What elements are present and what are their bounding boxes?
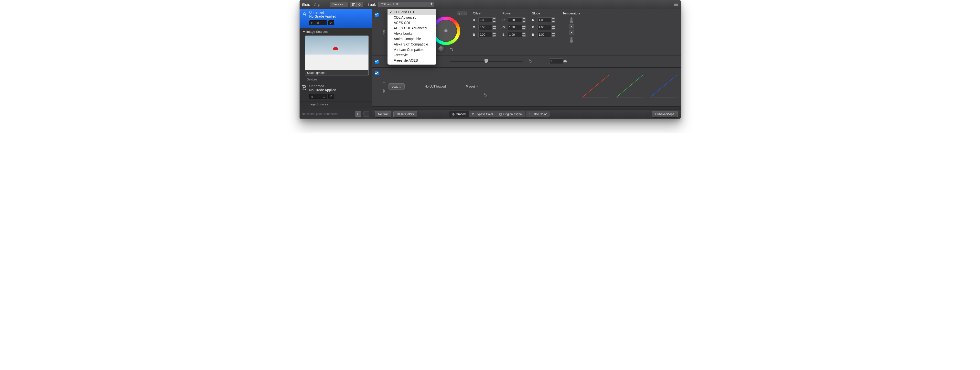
look-select[interactable]: CDL and LUT [378,2,434,7]
devices-dropdown[interactable]: Devices… [330,2,348,7]
rotary-knob[interactable] [438,46,444,52]
stepper-icon[interactable] [492,25,496,30]
slope-b-input[interactable] [538,32,552,37]
tab-slots[interactable]: Slots [302,2,310,6]
ch-g: G [473,26,476,29]
offset-r-input[interactable] [478,18,492,23]
look-option[interactable]: Freestyle ACES [388,58,436,63]
numeric-columns: Offset R G B Power R G B [473,11,555,37]
thumbnail-label: Skater graded [305,70,368,76]
slot-a[interactable]: A Unnamed No Grade Applied ◷ ⊘ ▢ F [299,9,372,28]
slope-r-input[interactable] [538,18,552,23]
slot-b-mini-toolbar: ◷ ⊘ ▢ F [309,94,369,99]
slope-column: Slope R G B [532,11,555,37]
view-original[interactable]: ▢Original Signal [496,111,525,117]
reset-colors-button[interactable]: Reset Colors [393,111,417,117]
sidebar-footer: No control panel connected [299,109,372,119]
look-option[interactable]: ACES CDL [388,20,436,26]
toolbar-seg [350,2,363,7]
ch-r: R [473,18,476,22]
falsecolor-icon[interactable]: F [328,20,334,25]
svg-rect-1 [352,5,353,6]
power-b-input[interactable] [508,32,522,37]
image-sources-label: Image Sources [306,30,328,33]
undo-icon[interactable] [483,93,487,98]
wheel-mode-toggle[interactable]: ⊙⫿ [457,11,467,15]
look-option[interactable]: Varicam Compatible [388,47,436,52]
look-option[interactable]: Alexa Looks [388,31,436,36]
load-lut-button[interactable]: Load… [388,83,405,90]
hamburger-icon[interactable] [674,3,678,6]
look-select-value: CDL and LUT [381,3,398,6]
stepper-icon[interactable] [522,18,526,23]
offset-b-input[interactable] [478,32,492,37]
look-option[interactable]: ACES CDL Advanced [388,26,436,31]
power-column: Power R G B [503,11,526,37]
ch-g: G [503,26,506,29]
saturation-slider[interactable] [450,61,523,62]
disable-icon[interactable]: ⊘ [315,20,321,25]
stepper-icon[interactable] [563,60,567,62]
view-falsecolor[interactable]: FFalse Color [525,111,550,117]
svg-line-3 [616,75,643,97]
offset-g-input[interactable] [478,25,492,30]
disclosure-icon [303,31,305,32]
curve-blue [650,75,677,98]
look-option[interactable]: CDL Advanced [388,15,436,20]
power-header: Power [503,11,526,15]
refresh-icon[interactable] [356,2,363,7]
stepper-icon[interactable] [552,32,555,37]
neutral-button[interactable]: Neutral [375,111,391,117]
camera-icon[interactable]: ▢ [321,94,327,99]
app-window: Slots Clip Devices… Look CDL and LUT A U… [299,0,681,119]
preset-dropdown[interactable]: Preset [466,85,478,88]
look-option[interactable]: Alexa SXT Compatible [388,41,436,47]
falsecolor-icon[interactable]: F [328,94,334,99]
camera-icon[interactable]: ▢ [321,20,327,25]
thumbnail-image [305,36,368,70]
power-r-input[interactable] [508,18,522,23]
ch-b: B [532,33,536,37]
thumbnail[interactable]: Skater graded [305,35,369,76]
disable-icon[interactable]: ⊘ [315,94,321,99]
ch-b: B [473,33,476,37]
stepper-icon[interactable] [552,18,555,23]
refresh-icon[interactable] [355,111,361,116]
slope-g-input[interactable] [538,25,552,30]
temp-up-button[interactable] [569,24,574,29]
look-option[interactable]: CDL and LUT [388,9,436,15]
stepper-icon[interactable] [492,32,496,37]
tab-clip[interactable]: Clip [314,2,320,6]
saturation-input[interactable] [549,59,563,64]
topbar: Slots Clip Devices… Look CDL and LUT [299,0,681,9]
clock-icon[interactable]: ◷ [309,20,315,25]
slot-b[interactable]: B Unnamed No Grade Applied ◷ ⊘ ▢ F [299,83,372,102]
cdl-vertical-label: CDL [383,29,386,35]
stepper-icon[interactable] [492,18,496,23]
clock-icon[interactable]: ◷ [309,94,315,99]
view-bypass[interactable]: ⊘Bypass Color [469,111,496,117]
image-sources-header[interactable]: Image Sources [299,28,372,35]
cube-o-scope-button[interactable]: Cube-o-Scope [652,111,678,117]
cdl-enable-checkbox[interactable] [375,13,379,17]
temp-down-button[interactable] [569,30,574,35]
lut-enable-checkbox[interactable] [375,72,379,75]
empty-slot-icon[interactable] [363,111,369,116]
undo-icon[interactable] [449,48,454,52]
sat-enable-checkbox[interactable] [375,60,379,64]
stepper-icon[interactable] [522,32,526,37]
ch-r: R [532,18,536,22]
stepper-icon[interactable] [522,25,526,30]
stepper-icon[interactable] [552,25,555,30]
slider-handle[interactable] [485,59,488,63]
slot-b-sources: Image Sources [299,102,372,109]
look-option[interactable]: Amira Compatible [388,36,436,41]
look-label: Look [368,2,376,6]
undo-icon[interactable] [528,59,532,64]
temperature-header: Temperature [563,11,581,15]
view-graded[interactable]: ◷Graded [449,111,469,117]
layout-icon[interactable] [350,2,356,7]
look-option[interactable]: Freestyle [388,52,436,58]
view-mode-segment: ◷Graded ⊘Bypass Color ▢Original Signal F… [449,111,550,117]
power-g-input[interactable] [508,25,522,30]
